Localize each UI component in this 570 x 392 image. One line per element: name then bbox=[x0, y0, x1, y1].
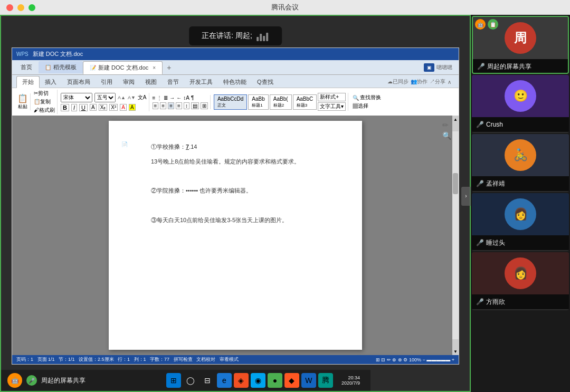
tab-close-icon[interactable]: × bbox=[153, 65, 156, 71]
line-spacing-btn[interactable]: ↕ bbox=[184, 102, 189, 109]
show-marks-btn[interactable]: ¶ bbox=[191, 95, 194, 101]
copy-btn[interactable]: 📋复制 bbox=[34, 98, 51, 106]
word-tab-home[interactable]: 首页 bbox=[14, 61, 39, 73]
taskbar-tencent-icon[interactable]: 腾 bbox=[318, 373, 333, 388]
strikethrough-btn[interactable]: A bbox=[90, 104, 97, 111]
word-status-text: 页码：1 页面 1/1 节：1/1 设置值：2.5厘米 行：1 列：1 字数：7… bbox=[16, 356, 239, 363]
taskbar-search-icon[interactable]: ◯ bbox=[183, 373, 198, 388]
taskbar-edge-icon[interactable]: e bbox=[217, 373, 232, 388]
font-size-inc[interactable]: A▲ bbox=[118, 95, 126, 100]
user-info: 嗯嗯嗯 bbox=[436, 64, 452, 71]
tab-add-button[interactable]: + bbox=[163, 61, 175, 74]
ribbon-tab-ref[interactable]: 引用 bbox=[96, 77, 118, 88]
underline-btn[interactable]: U bbox=[79, 104, 88, 111]
align-right-btn[interactable]: ≡ bbox=[168, 102, 174, 109]
participant-card-shui: 👩 🎤 睡过头 bbox=[472, 193, 569, 251]
taskbar-app3-icon[interactable]: ● bbox=[268, 373, 282, 388]
cut-btn[interactable]: ✂剪切 bbox=[34, 90, 49, 97]
list-bullet-btn[interactable]: ≡ bbox=[153, 95, 156, 101]
collapse-icon[interactable]: ∧ bbox=[448, 79, 451, 85]
font-size-select[interactable]: 五号 bbox=[94, 93, 116, 102]
select-btn[interactable]: ▦选择 bbox=[353, 102, 381, 110]
paste-icon[interactable]: 📋 bbox=[17, 93, 28, 103]
scroll-up-btn[interactable]: ▲ bbox=[452, 116, 459, 123]
share-icon: ↗分享 bbox=[430, 78, 445, 85]
ribbon-tab-search[interactable]: Q查找 bbox=[252, 77, 279, 88]
style-h3-btn[interactable]: AaBbC标题3 bbox=[293, 94, 317, 110]
edit-tool-icon[interactable]: ✏ bbox=[442, 121, 451, 129]
edit-style-btn[interactable]: 文字工具▾ bbox=[318, 102, 346, 111]
doc-line-3 bbox=[151, 171, 330, 182]
mic-icon-meng: 🎤 bbox=[476, 180, 484, 187]
decrease-indent-btn[interactable]: ← bbox=[176, 95, 182, 101]
list-number-btn[interactable]: ⋮ bbox=[157, 95, 162, 101]
scroll-down-btn[interactable]: ▼ bbox=[452, 348, 459, 355]
view-toggle[interactable]: ▣ bbox=[424, 63, 434, 72]
tool2-icon[interactable]: 🔍 bbox=[442, 131, 451, 140]
ribbon-tab-page[interactable]: 页面布局 bbox=[62, 77, 96, 88]
word-scrollbar[interactable]: ▲ ▼ bbox=[452, 116, 459, 355]
list-outline-btn[interactable]: ≣ bbox=[164, 95, 168, 101]
sidebar-scroll-arrow[interactable]: › bbox=[461, 187, 471, 206]
word-doc-area: ✏ 🔍 📄 ①学校推搡：7.14 13号晚上8点前给吴佳瑜看。规定的内容要求和格… bbox=[12, 116, 459, 355]
taskbar-task-icon[interactable]: ⊟ bbox=[200, 373, 215, 388]
font-family-select[interactable]: 宋体 bbox=[61, 93, 92, 102]
clock-time: 20:34 bbox=[348, 375, 360, 380]
participant-avatar-fang: 👩 bbox=[472, 252, 569, 294]
maximize-button[interactable] bbox=[28, 4, 35, 11]
taskbar-app2-icon[interactable]: ◉ bbox=[251, 373, 265, 388]
participant-card-crush: 🙂 🎤 Crush bbox=[472, 75, 569, 133]
mic-icon-shui: 🎤 bbox=[476, 239, 484, 246]
close-button[interactable] bbox=[6, 4, 13, 11]
justify-btn[interactable]: ≡ bbox=[176, 102, 182, 109]
participant-name-crush: Crush bbox=[486, 121, 503, 128]
doc-line-1: ①学校推搡：7.14 bbox=[151, 142, 330, 152]
font-group: 宋体 五号 A▲ A▼ 文A B I U bbox=[59, 93, 149, 111]
taskbar-app1-icon[interactable]: ◈ bbox=[234, 373, 249, 388]
increase-indent-btn[interactable]: → bbox=[169, 95, 175, 101]
ribbon-tab-review[interactable]: 审阅 bbox=[118, 77, 140, 88]
find-replace-btn[interactable]: 🔍查找替换 bbox=[353, 94, 381, 101]
paragraph-group: ≡ ⋮ ≣ → ← ↕A ¶ ≡ ≡ ≡ ≡ bbox=[150, 95, 211, 109]
sup-btn[interactable]: X² bbox=[109, 104, 118, 111]
ribbon-tab-insert[interactable]: 插入 bbox=[40, 77, 62, 88]
clear-format-btn[interactable]: 文A bbox=[138, 94, 147, 101]
bold-btn[interactable]: B bbox=[61, 104, 69, 111]
ribbon-tab-phonetic[interactable]: 音节 bbox=[162, 77, 184, 88]
participant-name-meng: 孟祥靖 bbox=[486, 179, 505, 188]
border-btn[interactable]: ⊞ bbox=[201, 102, 208, 109]
word-tab-template[interactable]: 📋 稻壳模板 bbox=[39, 61, 83, 73]
style-normal-btn[interactable]: AaBbCcDd正文 bbox=[214, 94, 247, 110]
taskbar-word-icon[interactable]: W bbox=[301, 373, 316, 388]
mic-icon-zhouqi: 🎤 bbox=[477, 63, 485, 70]
doc-line-4: ②学院推搡：•••••• 也许要秀米编辑器。 bbox=[151, 186, 330, 196]
participant-name-fang: 方雨欣 bbox=[486, 298, 505, 307]
align-center-btn[interactable]: ≡ bbox=[160, 102, 166, 109]
ribbon-tab-special[interactable]: 特色功能 bbox=[218, 77, 252, 88]
sub-btn[interactable]: X₂ bbox=[99, 104, 108, 111]
scrollbar-thumb[interactable] bbox=[453, 173, 458, 194]
ribbon-tab-start[interactable]: 开始 bbox=[16, 76, 40, 88]
ribbon-tab-dev[interactable]: 开发工具 bbox=[184, 77, 218, 88]
italic-btn[interactable]: I bbox=[71, 104, 77, 111]
word-title-bar: WPS 新建 DOC 文档.doc bbox=[12, 48, 459, 60]
highlight-btn[interactable]: A bbox=[129, 104, 136, 111]
font-color-btn[interactable]: A bbox=[120, 104, 127, 111]
font-size-dec[interactable]: A▼ bbox=[128, 95, 136, 100]
participant-card-zhouqi: 周 🤖 📋 🎤 周起的屏幕共享 bbox=[472, 16, 569, 74]
align-left-btn[interactable]: ≡ bbox=[153, 102, 159, 109]
new-style-btn[interactable]: 新样式+ bbox=[318, 93, 346, 101]
word-tab-doc[interactable]: 📝 新建 DOC 文档.doc × bbox=[83, 61, 163, 74]
window-controls[interactable] bbox=[6, 4, 35, 11]
taskbar-windows-icon[interactable]: ⊞ bbox=[166, 373, 181, 388]
style-h2-btn[interactable]: AaBb(标题2 bbox=[270, 94, 292, 110]
ribbon-tab-view[interactable]: 视图 bbox=[140, 77, 162, 88]
taskbar-app4-icon[interactable]: ◆ bbox=[284, 373, 299, 388]
overlay-icons-zhouqi: 🤖 📋 bbox=[475, 19, 498, 30]
format-brush-btn[interactable]: 🖌格式刷 bbox=[34, 107, 55, 114]
doc-icon: 📝 bbox=[90, 65, 96, 71]
shading-btn[interactable]: ▤ bbox=[191, 102, 199, 109]
minimize-button[interactable] bbox=[17, 4, 24, 11]
sort-btn[interactable]: ↕A bbox=[183, 95, 189, 101]
style-h1-btn[interactable]: AaBb标题1 bbox=[248, 94, 268, 110]
